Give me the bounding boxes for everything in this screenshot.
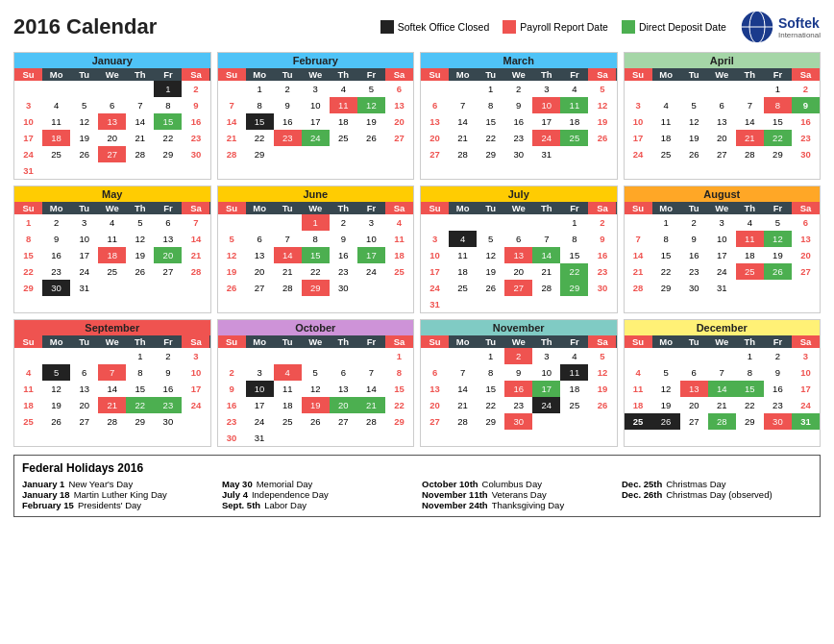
day-cell: 5 <box>764 214 792 231</box>
day-cell: 28 <box>218 146 246 162</box>
day-cell: 16 <box>182 113 209 130</box>
day-cell: 26 <box>588 397 616 413</box>
empty-cell <box>625 81 652 97</box>
day-cell: 26 <box>218 280 246 296</box>
day-cell: 24 <box>14 146 42 162</box>
day-header-we: We <box>98 202 126 214</box>
day-cell: 14 <box>532 247 560 263</box>
day-cell: 16 <box>680 247 708 263</box>
day-cell: 31 <box>421 296 449 312</box>
day-cell: 2 <box>154 348 182 364</box>
empty-cell <box>708 81 736 97</box>
day-cell: 21 <box>449 397 477 413</box>
day-cell: 26 <box>42 413 70 430</box>
day-header-su: Su <box>14 335 42 348</box>
day-cell: 7 <box>98 364 126 381</box>
day-cell: 31 <box>70 280 98 296</box>
day-cell: 26 <box>477 280 504 296</box>
day-cell: 3 <box>14 97 42 113</box>
month-header-august: August <box>625 186 821 202</box>
day-cell: 29 <box>126 413 154 430</box>
day-cell: 1 <box>477 81 504 97</box>
day-cell: 7 <box>736 97 764 113</box>
day-cell: 24 <box>357 263 385 280</box>
day-cell: 6 <box>504 231 532 247</box>
day-cell: 4 <box>274 364 302 381</box>
day-header-tu: Tu <box>274 202 302 214</box>
day-cell: 1 <box>477 348 504 364</box>
day-cell: 5 <box>652 364 680 381</box>
day-cell: 12 <box>218 247 246 263</box>
day-cell: 24 <box>532 130 560 146</box>
empty-cell <box>652 81 680 97</box>
day-cell: 30 <box>588 280 616 296</box>
day-cell: 24 <box>625 146 652 162</box>
empty-cell <box>449 214 477 231</box>
day-cell: 15 <box>385 381 413 397</box>
day-cell: 21 <box>126 130 154 146</box>
day-header-fr: Fr <box>154 335 182 348</box>
day-header-su: Su <box>14 202 42 214</box>
day-header-tu: Tu <box>680 202 708 214</box>
empty-cell <box>70 81 98 97</box>
holiday-column: January 1New Year's DayJanuary 18Martin … <box>22 479 212 510</box>
day-cell: 27 <box>246 280 274 296</box>
day-cell: 3 <box>421 231 449 247</box>
month-block-march: MarchSuMoTuWeThFrSa123456789101112131415… <box>420 52 618 180</box>
day-cell: 22 <box>14 263 42 280</box>
day-cell: 17 <box>357 247 385 263</box>
day-header-fr: Fr <box>154 202 182 214</box>
day-cell: 29 <box>652 280 680 296</box>
days-grid: 1234567891011121314151617181920212223242… <box>218 348 414 446</box>
day-cell: 9 <box>154 364 182 381</box>
day-cell: 5 <box>70 97 98 113</box>
day-cell: 4 <box>449 231 477 247</box>
day-cell: 6 <box>70 364 98 381</box>
day-cell: 14 <box>98 381 126 397</box>
day-header-sa: Sa <box>588 68 616 81</box>
day-cell: 3 <box>532 81 560 97</box>
day-cell: 5 <box>302 364 330 381</box>
day-cell: 9 <box>274 97 302 113</box>
day-header-th: Th <box>532 335 560 348</box>
day-cell: 22 <box>302 263 330 280</box>
day-cell: 24 <box>792 397 820 413</box>
day-cell: 26 <box>70 146 98 162</box>
day-cell: 7 <box>126 97 154 113</box>
day-cell: 20 <box>421 397 449 413</box>
day-cell: 26 <box>588 130 616 146</box>
day-cell: 19 <box>764 247 792 263</box>
day-cell: 28 <box>532 280 560 296</box>
day-cell: 16 <box>588 247 616 263</box>
day-cell: 15 <box>477 113 504 130</box>
day-cell: 17 <box>70 247 98 263</box>
legend: Softek Office Closed Payroll Report Date… <box>380 10 821 44</box>
day-cell: 6 <box>792 214 820 231</box>
day-cell: 12 <box>652 381 680 397</box>
day-header-we: We <box>504 335 532 348</box>
day-cell: 9 <box>504 364 532 381</box>
day-cell: 4 <box>14 364 42 381</box>
day-cell: 28 <box>274 280 302 296</box>
day-cell: 21 <box>449 130 477 146</box>
holidays-grid: January 1New Year's DayJanuary 18Martin … <box>22 479 812 510</box>
day-cell: 19 <box>680 130 708 146</box>
day-cell: 24 <box>246 413 274 430</box>
holiday-name: Presidents' Day <box>78 500 141 510</box>
day-cell: 22 <box>652 263 680 280</box>
day-cell: 24 <box>708 263 736 280</box>
day-header-fr: Fr <box>764 335 792 348</box>
day-cell: 20 <box>792 247 820 263</box>
day-header-sa: Sa <box>792 68 820 81</box>
day-cell: 8 <box>652 231 680 247</box>
holiday-date: January 18 <box>22 489 70 500</box>
day-header-tu: Tu <box>70 202 98 214</box>
holiday-column: Dec. 25thChristmas DayDec. 26thChristmas… <box>622 479 812 510</box>
day-cell: 24 <box>302 130 330 146</box>
day-cell: 23 <box>182 130 209 146</box>
day-cell: 4 <box>736 214 764 231</box>
day-cell: 30 <box>504 413 532 430</box>
day-cell: 23 <box>504 397 532 413</box>
day-cell: 8 <box>126 364 154 381</box>
day-cell: 30 <box>504 146 532 162</box>
